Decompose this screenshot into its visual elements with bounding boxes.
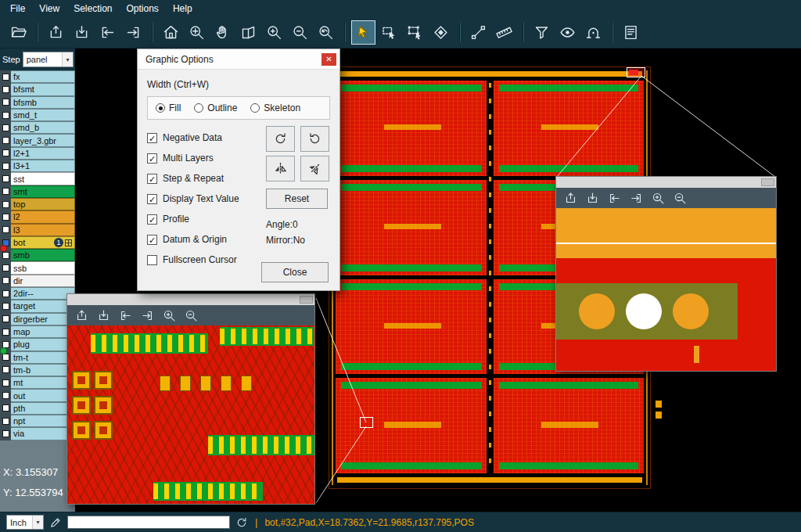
layer-name-cell[interactable]: l2+1 xyxy=(11,147,75,160)
layer-name-cell[interactable]: bot1 xyxy=(11,236,75,249)
layer-checkbox[interactable] xyxy=(2,149,9,156)
select-group-button[interactable] xyxy=(403,20,427,45)
layer-name-cell[interactable]: dir xyxy=(11,275,75,287)
layer-row-smt[interactable]: smt xyxy=(0,185,75,198)
measure-line-button[interactable] xyxy=(466,20,490,45)
layer-row-fx[interactable]: fx xyxy=(0,70,75,83)
import-step-button[interactable] xyxy=(94,307,113,325)
mirror-h-button[interactable] xyxy=(266,156,295,182)
layer-row-l2+1[interactable]: l2+1 xyxy=(0,147,75,160)
export-right-button[interactable] xyxy=(121,20,145,45)
menu-view[interactable]: View xyxy=(32,2,66,16)
rotate-cw-button[interactable] xyxy=(266,126,295,152)
layer-checkbox[interactable] xyxy=(2,264,9,271)
layer-row-bot[interactable]: bot1 xyxy=(0,236,75,249)
import-left-button[interactable] xyxy=(116,307,135,325)
layer-checkbox[interactable] xyxy=(2,201,9,208)
layer-checkbox[interactable] xyxy=(2,99,9,106)
zoom-select-button[interactable] xyxy=(185,20,209,45)
layer-row-smb[interactable]: smb xyxy=(0,249,75,261)
layer-row-pth[interactable]: pth xyxy=(0,402,75,415)
export-right-button[interactable] xyxy=(138,307,157,325)
step-select[interactable]: panel ▾ xyxy=(23,52,74,67)
layer-name-cell[interactable]: plug xyxy=(11,338,75,350)
snap-diamond-button[interactable] xyxy=(429,20,453,45)
layer-row-l2[interactable]: l2 xyxy=(0,210,75,223)
layer-row-mt[interactable]: mt xyxy=(0,376,75,389)
layer-checkbox[interactable] xyxy=(2,354,9,361)
layer-name-cell[interactable]: npt xyxy=(11,415,75,427)
layer-checkbox[interactable] xyxy=(2,277,9,284)
layer-checkbox[interactable] xyxy=(2,404,9,412)
layer-checkbox[interactable] xyxy=(2,329,9,336)
layer-name-cell[interactable]: tm-t xyxy=(11,351,75,364)
unit-select[interactable]: Inch ▾ xyxy=(6,515,44,530)
ruler-button[interactable] xyxy=(492,20,516,45)
layer-name-cell[interactable]: tm-b xyxy=(11,364,75,376)
layer-row-plug[interactable]: plug xyxy=(0,338,75,350)
layer-checkbox[interactable] xyxy=(2,303,9,310)
layer-name-cell[interactable]: mt xyxy=(11,376,75,389)
layer-row-via[interactable]: via xyxy=(0,427,75,440)
zoom-out-button[interactable] xyxy=(670,189,690,207)
layer-name-cell[interactable]: map xyxy=(11,325,75,338)
zoom-out-button[interactable] xyxy=(181,307,201,325)
mirror-v-button[interactable] xyxy=(300,156,329,182)
layer-checkbox[interactable] xyxy=(2,379,9,386)
menu-selection[interactable]: Selection xyxy=(66,2,119,16)
layer-name-cell[interactable]: top xyxy=(11,198,75,210)
zoom-out-button[interactable] xyxy=(288,20,312,45)
magnifier-2-title-bar[interactable] xyxy=(556,177,776,188)
filter-button[interactable] xyxy=(530,20,554,45)
layer-name-cell[interactable]: ssb xyxy=(11,261,75,274)
layer-name-cell[interactable]: layer_3.gbr xyxy=(11,134,75,146)
layer-name-cell[interactable]: bfsmt xyxy=(11,83,75,95)
layer-row-l3[interactable]: l3 xyxy=(0,224,75,236)
magnifier-window-2[interactable] xyxy=(555,176,777,372)
layer-checkbox[interactable] xyxy=(2,430,9,437)
layer-name-cell[interactable]: smb xyxy=(11,249,75,261)
highlight-eye-button[interactable] xyxy=(555,20,580,45)
magnifier-1-title-bar[interactable] xyxy=(67,294,314,305)
layer-checkbox[interactable] xyxy=(2,188,9,195)
layer-checkbox[interactable] xyxy=(2,74,9,81)
layer-checkbox[interactable] xyxy=(2,124,9,131)
dialog-close-icon[interactable]: ✕ xyxy=(321,53,336,66)
layer-row-layer_3.gbr[interactable]: layer_3.gbr xyxy=(0,134,75,146)
radio-outline[interactable]: Outline xyxy=(194,102,237,113)
reset-button[interactable]: Reset xyxy=(266,189,328,209)
chevron-down-icon[interactable]: ▾ xyxy=(62,52,73,66)
open-file-button[interactable] xyxy=(6,20,31,45)
layer-row-smd_b[interactable]: smd_b xyxy=(0,121,75,134)
zoom-in-button[interactable] xyxy=(648,189,668,207)
layer-checkbox[interactable] xyxy=(2,163,9,170)
select-cursor-button[interactable] xyxy=(351,20,375,45)
layer-name-cell[interactable]: 2dir-- xyxy=(11,287,75,300)
layer-checkbox[interactable] xyxy=(2,137,9,144)
layer-name-cell[interactable]: l3+1 xyxy=(11,160,75,172)
export-step-button[interactable] xyxy=(72,307,92,325)
import-step-button[interactable] xyxy=(583,189,602,207)
layer-name-cell[interactable]: target xyxy=(11,300,75,312)
layer-name-cell[interactable]: l3 xyxy=(11,224,75,236)
flip-view-button[interactable] xyxy=(236,20,260,45)
layer-name-cell[interactable]: fx xyxy=(11,70,75,83)
refresh-icon[interactable] xyxy=(235,516,248,529)
layer-checkbox[interactable] xyxy=(2,392,9,399)
layer-checkbox[interactable] xyxy=(2,418,9,425)
layer-row-map[interactable]: map xyxy=(0,325,75,338)
magnifier-window-1[interactable] xyxy=(66,293,315,505)
layer-row-tm-b[interactable]: tm-b xyxy=(0,364,75,376)
import-left-button[interactable] xyxy=(95,20,120,45)
zoom-in-button[interactable] xyxy=(262,20,286,45)
layer-name-cell[interactable]: pth xyxy=(11,402,75,415)
zoom-in-button[interactable] xyxy=(160,307,179,325)
layer-row-bfsmb[interactable]: bfsmb xyxy=(0,96,75,109)
layer-row-ssb[interactable]: ssb xyxy=(0,261,75,274)
layer-row-top[interactable]: top xyxy=(0,198,75,210)
dialog-title-bar[interactable]: Graphic Options ✕ xyxy=(138,49,339,70)
draw-mode-icon[interactable] xyxy=(49,516,62,529)
layer-row-npt[interactable]: npt xyxy=(0,415,75,427)
layer-checkbox[interactable] xyxy=(2,86,9,93)
import-step-button[interactable] xyxy=(70,20,94,45)
